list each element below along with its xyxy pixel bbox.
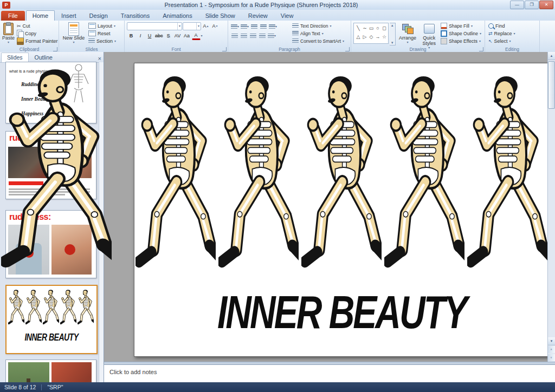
- underline-button[interactable]: U: [145, 32, 154, 40]
- chevron-down-icon: ▾: [514, 32, 515, 35]
- thumbnail-slide-6[interactable]: ruddiness: [5, 131, 96, 199]
- reset-button[interactable]: Reset: [87, 30, 117, 37]
- quick-styles-button[interactable]: Quick Styles ▾: [420, 22, 438, 49]
- shapes-gallery-scroll[interactable]: ▲ ▼: [390, 23, 396, 45]
- shape-outline-button[interactable]: Shape Outline ▾: [440, 30, 482, 37]
- notes-pane[interactable]: Click to add notes: [104, 364, 555, 382]
- scroll-down-icon[interactable]: ▼: [548, 337, 555, 345]
- tab-slide-show[interactable]: Slide Show: [199, 10, 242, 21]
- tab-animations[interactable]: Animations: [156, 10, 198, 21]
- shape-line-icon[interactable]: ╲: [355, 24, 362, 32]
- runner-figure[interactable]: [467, 70, 547, 285]
- section-button[interactable]: Section ▾: [87, 37, 117, 44]
- align-text-button[interactable]: Align Text ▾: [291, 30, 345, 37]
- scroll-up-icon[interactable]: ▲: [548, 52, 555, 60]
- shape-ellipse-icon[interactable]: ○: [375, 24, 381, 32]
- shape-curve-icon[interactable]: ∼: [362, 24, 368, 32]
- select-button[interactable]: ↖ Select ▾: [487, 37, 517, 44]
- decrease-indent-button[interactable]: [250, 23, 259, 31]
- increase-indent-button[interactable]: [259, 23, 268, 31]
- align-center-button[interactable]: [240, 32, 248, 40]
- format-painter-button[interactable]: Format Painter: [16, 37, 59, 44]
- slide-caption[interactable]: INNER BEAUTY: [134, 292, 549, 333]
- tab-home[interactable]: Home: [26, 10, 55, 21]
- new-slide-button[interactable]: New Slide ▾: [61, 22, 86, 43]
- copy-button[interactable]: Copy: [16, 30, 59, 37]
- panel-close-icon[interactable]: ×: [98, 56, 101, 61]
- convert-to-smartart-button[interactable]: Convert to SmartArt ▾: [291, 37, 345, 44]
- shapes-gallery[interactable]: ╲ ∼ ▭ ○ ◻ △ ▷ ◇ → ☆: [353, 23, 389, 44]
- numbering-button[interactable]: ▾: [240, 23, 249, 31]
- align-left-button[interactable]: [230, 32, 239, 40]
- close-button[interactable]: ✕: [539, 1, 553, 9]
- text-direction-button[interactable]: Text Direction ▾: [291, 22, 345, 29]
- shape-diamond-icon[interactable]: ◇: [368, 32, 375, 41]
- shape-star-icon[interactable]: ☆: [381, 32, 388, 41]
- arrow-down-icon[interactable]: ▼: [391, 41, 394, 44]
- runner-figure[interactable]: [218, 70, 299, 285]
- tab-transitions[interactable]: Transitions: [114, 10, 156, 21]
- thumbnail-slide-9[interactable]: [5, 360, 96, 382]
- line-spacing-button[interactable]: ▾: [268, 23, 278, 31]
- italic-button[interactable]: I: [136, 32, 145, 40]
- shape-arrow-icon[interactable]: →: [375, 32, 381, 41]
- find-button[interactable]: Find: [487, 22, 517, 29]
- bullets-button[interactable]: ▾: [230, 23, 240, 31]
- previous-slide-icon[interactable]: «: [547, 346, 555, 353]
- shape-rectangle-icon[interactable]: ▭: [368, 24, 375, 32]
- shape-right-triangle-icon[interactable]: ▷: [362, 32, 368, 41]
- maximize-button[interactable]: ❐: [525, 1, 539, 9]
- layout-button[interactable]: Layout ▾: [87, 22, 117, 29]
- tab-file[interactable]: File: [1, 11, 25, 21]
- slide-editing-area[interactable]: INNER BEAUTY ▲ ▼ « »: [104, 52, 555, 362]
- paragraph-dialog-launcher-icon[interactable]: [345, 47, 350, 51]
- ribbon-tab-strip: File Home Insert Design Transitions Anim…: [0, 10, 555, 21]
- tab-view[interactable]: View: [274, 10, 300, 21]
- clipboard-dialog-launcher-icon[interactable]: [53, 47, 57, 51]
- thumbnail-slide-5[interactable]: what is a rude physique? Ruddiness Inner…: [5, 62, 96, 123]
- app-icon[interactable]: P: [2, 2, 10, 9]
- thumbnail-slide-8-current[interactable]: INNER BEAUTY: [5, 285, 98, 354]
- grow-font-button[interactable]: A▲: [202, 22, 210, 30]
- character-spacing-button[interactable]: AV: [173, 32, 182, 40]
- justify-button[interactable]: [258, 32, 267, 40]
- tab-outline[interactable]: Outline: [29, 53, 59, 62]
- align-right-button[interactable]: [249, 32, 257, 40]
- shrink-font-button[interactable]: A▼: [211, 22, 220, 30]
- next-slide-icon[interactable]: »: [547, 354, 555, 361]
- arrange-button[interactable]: Arrange ▾: [397, 22, 418, 43]
- paste-button[interactable]: Paste ▾: [2, 22, 15, 43]
- panel-scrollbar[interactable]: [99, 62, 104, 382]
- shape-effects-button[interactable]: Shape Effects ▾: [440, 37, 482, 44]
- replace-button[interactable]: ⇄ Replace ▾: [487, 30, 517, 37]
- cut-button[interactable]: ✂ Cut: [16, 22, 59, 29]
- tab-slides[interactable]: Slides: [1, 53, 29, 62]
- font-name-combo[interactable]: ▾: [127, 22, 182, 30]
- theme-name: "SRP": [47, 384, 63, 390]
- shape-triangle-icon[interactable]: △: [355, 32, 362, 41]
- arrow-up-icon[interactable]: ▲: [391, 24, 394, 27]
- tab-design[interactable]: Design: [83, 10, 114, 21]
- font-dialog-launcher-icon[interactable]: [222, 47, 227, 51]
- text-shadow-button[interactable]: S: [164, 32, 173, 40]
- slide[interactable]: INNER BEAUTY: [134, 63, 550, 357]
- runner-figure[interactable]: [135, 70, 216, 285]
- change-case-button[interactable]: Aa: [183, 32, 191, 40]
- shape-fill-button[interactable]: Shape Fill ▾: [440, 22, 482, 29]
- strikethrough-button[interactable]: abc: [154, 32, 164, 40]
- drawing-dialog-launcher-icon[interactable]: [479, 47, 483, 51]
- minimize-button[interactable]: —: [510, 1, 524, 9]
- scrollbar-thumb[interactable]: [548, 61, 555, 109]
- tab-review[interactable]: Review: [242, 10, 274, 21]
- runner-figure[interactable]: [301, 70, 382, 285]
- tab-insert[interactable]: Insert: [55, 10, 83, 21]
- thumbnail-slide-7[interactable]: ruddiness:: [5, 210, 96, 278]
- chevron-down-icon: ▾: [8, 41, 9, 43]
- shape-square-icon[interactable]: ◻: [381, 24, 388, 32]
- font-color-button[interactable]: A: [192, 32, 201, 40]
- columns-button[interactable]: ▾: [267, 32, 276, 40]
- bold-button[interactable]: B: [127, 32, 135, 40]
- font-size-combo[interactable]: ▾: [183, 22, 201, 30]
- runner-figure[interactable]: [384, 70, 464, 285]
- vertical-scrollbar[interactable]: ▲ ▼ « »: [547, 52, 555, 362]
